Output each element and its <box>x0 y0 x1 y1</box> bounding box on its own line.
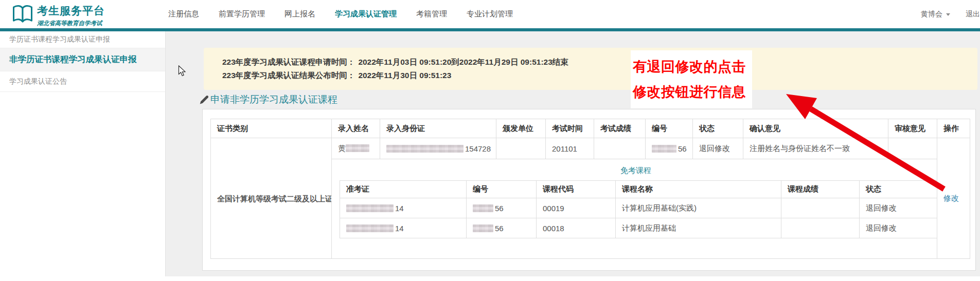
caret-down-icon <box>946 13 950 16</box>
redacted-ticket <box>346 204 394 212</box>
nav-item-learning-cert-mgmt[interactable]: 学习成果认证管理 <box>335 9 397 19</box>
table-header-row: 证书类别 录入姓名 录入身份证 颁发单位 考试时间 考试成绩 编号 状态 确认意… <box>211 119 970 138</box>
sidebar-item-cert-announcement[interactable]: 学习成果认证公告 <box>0 71 165 92</box>
cell-number: 56 <box>646 138 693 159</box>
cell-course-status: 退回修改 <box>860 218 937 238</box>
annotation-note: 有退回修改的点击 修改按钮进行信息 <box>631 50 752 108</box>
col-header-course-name: 课程名称 <box>616 181 781 198</box>
pencil-icon <box>199 95 209 105</box>
redacted-name <box>346 144 369 152</box>
cell-admission-ticket: 14 <box>340 218 467 238</box>
mouse-cursor-icon <box>178 65 187 77</box>
notice-line-result-time: 223年度学习成果认证结果公布时间：2022年11月30日 09:51:23 <box>222 69 977 82</box>
cell-entered-name: 黄 <box>332 138 380 159</box>
cell-entered-id: 154728 <box>380 138 496 159</box>
cell-exam-score <box>594 138 646 159</box>
col-header-course-score: 课程成绩 <box>781 181 860 198</box>
exempt-course-row: 14 56 00018 计算机应用基础 退回修改 <box>340 218 937 238</box>
exempt-courses-table: 准考证 编号 课程代码 课程名称 课程成绩 状态 14 <box>340 180 937 238</box>
col-header-exam-time: 考试时间 <box>546 119 594 138</box>
brand-subtitle: 湖北省高等教育自学考试 <box>37 20 105 27</box>
cell-course-status: 退回修改 <box>860 198 937 218</box>
nav-item-prior-education[interactable]: 前置学历管理 <box>219 9 265 19</box>
cell-sub-number: 56 <box>467 198 537 218</box>
cell-review-opinion <box>888 138 937 159</box>
name-visible: 黄 <box>338 144 346 153</box>
exempt-header-row: 准考证 编号 课程代码 课程名称 课程成绩 状态 <box>340 181 937 198</box>
cell-course-code: 00019 <box>537 198 616 218</box>
modify-link[interactable]: 修改 <box>943 194 959 202</box>
id-suffix: 154728 <box>465 144 491 153</box>
brand: 考生服务平台 湖北省高等教育自学考试 <box>37 4 105 27</box>
main-nav: 注册信息 前置学历管理 网上报名 学习成果认证管理 考籍管理 专业计划管理 <box>168 0 513 28</box>
section-title: 申请非学历学习成果认证课程 <box>199 93 337 106</box>
cell-cert-type: 全国计算机等级考试二级及以上证书 <box>211 138 332 259</box>
section-title-text: 申请非学历学习成果认证课程 <box>210 93 337 106</box>
sidebar-item-nondegree-cert-apply[interactable]: 非学历证书课程学习成果认证申报 <box>0 48 165 71</box>
sidebar: 学历证书课程学习成果认证申报 非学历证书课程学习成果认证申报 学习成果认证公告 <box>0 31 166 276</box>
user-menu[interactable]: 黄博会 <box>921 0 950 28</box>
annotation-line-1: 有退回修改的点击 <box>633 58 752 76</box>
nav-item-exam-record-mgmt[interactable]: 考籍管理 <box>416 9 447 19</box>
cell-confirm-opinion: 注册姓名与身份证姓名不一致 <box>743 138 888 159</box>
col-header-entered-name: 录入姓名 <box>332 119 380 138</box>
col-header-admission-ticket: 准考证 <box>340 181 467 198</box>
open-book-icon <box>12 4 33 25</box>
col-header-issuing-unit: 颁发单位 <box>496 119 546 138</box>
cell-course-score <box>781 218 860 238</box>
table-row: 全国计算机等级考试二级及以上证书 黄 154728 201101 56 退回修改… <box>211 138 970 159</box>
notice-apply-value: 2022年11月03日 09:51:20到2022年11月29日 09:51:2… <box>358 58 568 66</box>
content-panel: 证书类别 录入姓名 录入身份证 颁发单位 考试时间 考试成绩 编号 状态 确认意… <box>202 109 976 271</box>
cell-issuing-unit <box>496 138 546 159</box>
app-header: 考生服务平台 湖北省高等教育自学考试 注册信息 前置学历管理 网上报名 学习成果… <box>0 0 980 28</box>
sidebar-item-degree-cert-apply[interactable]: 学历证书课程学习成果认证申报 <box>0 31 165 48</box>
nav-item-online-signup[interactable]: 网上报名 <box>284 9 315 19</box>
nav-item-register-info[interactable]: 注册信息 <box>168 9 199 19</box>
cell-course-name: 计算机应用基础(实践) <box>616 198 781 218</box>
notice-result-label: 223年度学习成果认证结果公布时间： <box>222 71 355 80</box>
col-header-review-opinion: 审核意见 <box>888 119 937 138</box>
notice-line-apply-time: 223年度学习成果认证课程申请时间：2022年11月03日 09:51:20到2… <box>222 55 977 69</box>
redacted-id <box>386 145 464 153</box>
cell-admission-ticket: 14 <box>340 198 467 218</box>
bottom-strip <box>0 276 980 281</box>
page: 考生服务平台 湖北省高等教育自学考试 注册信息 前置学历管理 网上报名 学习成果… <box>0 0 980 281</box>
redacted-sub-number <box>473 224 493 232</box>
cell-status: 退回修改 <box>693 138 743 159</box>
ticket-suffix: 14 <box>395 224 404 233</box>
ticket-suffix: 14 <box>395 204 404 213</box>
col-header-sub-number: 编号 <box>467 181 537 198</box>
col-header-status: 状态 <box>693 119 743 138</box>
notice-apply-label: 223年度学习成果认证课程申请时间： <box>222 58 355 66</box>
col-header-course-status: 状态 <box>860 181 937 198</box>
annotation-line-2: 修改按钮进行信息 <box>633 83 752 101</box>
notice-result-value: 2022年11月30日 09:51:23 <box>358 71 451 80</box>
brand-title: 考生服务平台 <box>37 4 105 18</box>
cell-course-code: 00018 <box>537 218 616 238</box>
col-header-number: 编号 <box>646 119 693 138</box>
number-suffix: 56 <box>678 144 687 153</box>
col-header-confirm-opinion: 确认意见 <box>743 119 888 138</box>
redacted-number <box>652 145 676 153</box>
logout-link[interactable]: 退出 <box>966 0 980 28</box>
nav-item-major-plan-mgmt[interactable]: 专业计划管理 <box>467 9 513 19</box>
cell-sub-number: 56 <box>467 218 537 238</box>
cell-action: 修改 <box>937 138 970 259</box>
exempt-courses-title: 免考课程 <box>338 166 934 176</box>
col-header-course-code: 课程代码 <box>537 181 616 198</box>
col-header-action: 操作 <box>937 119 970 138</box>
certificates-table: 证书类别 录入姓名 录入身份证 颁发单位 考试时间 考试成绩 编号 状态 确认意… <box>210 119 970 259</box>
cell-exempt-courses: 免考课程 准考证 编号 课程代码 课程 <box>332 159 937 259</box>
col-header-entered-id: 录入身份证 <box>380 119 496 138</box>
notice-banner: 223年度学习成果认证课程申请时间：2022年11月03日 09:51:20到2… <box>204 48 977 90</box>
cell-course-score <box>781 198 860 218</box>
col-header-exam-score: 考试成绩 <box>594 119 646 138</box>
user-name: 黄博会 <box>921 10 942 19</box>
sub-number-suffix: 56 <box>495 224 504 233</box>
col-header-cert-type: 证书类别 <box>211 119 332 138</box>
redacted-ticket <box>346 224 394 232</box>
redacted-sub-number <box>473 204 493 212</box>
cell-exam-time: 201101 <box>546 138 594 159</box>
cell-course-name: 计算机应用基础 <box>616 218 781 238</box>
exempt-course-row: 14 56 00019 计算机应用基础(实践) 退回修改 <box>340 198 937 218</box>
